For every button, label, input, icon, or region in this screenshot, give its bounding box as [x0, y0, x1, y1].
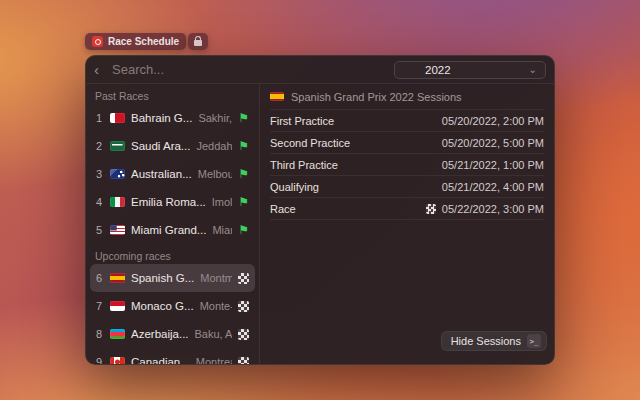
race-number: 9	[96, 356, 104, 364]
checkered-flag-icon	[426, 204, 436, 214]
sessions-header: Spanish Grand Prix 2022 Sessions	[270, 84, 544, 110]
back-button[interactable]: ‹	[94, 62, 112, 77]
race-name: Bahrain G...	[131, 112, 192, 124]
country-flag-icon	[110, 357, 125, 364]
session-row[interactable]: First Practice 05/20/2022, 2:00 PM	[270, 110, 544, 132]
race-list-item[interactable]: 9 Canadian... Montreal, C...	[90, 348, 255, 364]
race-list-item[interactable]: 3 Australian... Melbourne,... ⚑	[90, 160, 255, 188]
session-row[interactable]: Race 05/22/2022, 3:00 PM	[270, 198, 544, 220]
race-location: Sakhir, Bahr...	[198, 112, 232, 124]
country-flag-icon	[110, 273, 125, 283]
race-name: Emilia Roma...	[131, 196, 206, 208]
search-input[interactable]	[112, 62, 394, 77]
race-number: 1	[96, 112, 104, 124]
section-label-upcoming: Upcoming races	[90, 248, 255, 264]
country-flag-icon	[270, 92, 284, 101]
country-flag-icon	[110, 329, 125, 339]
race-name: Canadian...	[131, 356, 190, 364]
green-flag-icon: ⚑	[238, 168, 249, 180]
race-location: Jeddah, Sa...	[196, 140, 232, 152]
session-row[interactable]: Second Practice 05/20/2022, 5:00 PM	[270, 132, 544, 154]
year-dropdown-value: 2022	[403, 64, 523, 76]
hide-sessions-label: Hide Sessions	[451, 335, 521, 347]
race-list-panel: Past Races 1 Bahrain G... Sakhir, Bahr..…	[86, 84, 260, 364]
session-label: First Practice	[270, 115, 334, 127]
race-location: Montreal, C...	[196, 356, 232, 364]
race-number: 8	[96, 328, 104, 340]
race-list-item-selected[interactable]: 6 Spanish G... Montmeló,...	[90, 264, 255, 292]
checkered-flag-icon	[238, 301, 249, 312]
session-label: Qualifying	[270, 181, 319, 193]
race-list-item[interactable]: 1 Bahrain G... Sakhir, Bahr... ⚑	[90, 104, 255, 132]
session-datetime: 05/21/2022, 4:00 PM	[442, 181, 544, 193]
checkered-flag-icon	[238, 273, 249, 284]
sessions-title: Spanish Grand Prix 2022 Sessions	[291, 91, 462, 103]
checkered-flag-icon	[238, 357, 249, 365]
country-flag-icon	[110, 225, 125, 235]
keyboard-shortcut-icon: >_	[527, 334, 541, 348]
race-list-item[interactable]: 4 Emilia Roma... Imola, Italy ⚑	[90, 188, 255, 216]
country-flag-icon	[110, 197, 125, 207]
session-row[interactable]: Third Practice 05/21/2022, 1:00 PM	[270, 154, 544, 176]
session-label: Second Practice	[270, 137, 350, 149]
race-number: 5	[96, 224, 104, 236]
race-list-item[interactable]: 8 Azerbaija... Baku, Azerb...	[90, 320, 255, 348]
race-list-item[interactable]: 2 Saudi Ara... Jeddah, Sa... ⚑	[90, 132, 255, 160]
window-tag: Race Schedule	[85, 33, 208, 50]
race-number: 6	[96, 272, 104, 284]
race-location: Melbourne,...	[198, 168, 233, 180]
lock-icon	[194, 40, 202, 46]
session-datetime: 05/21/2022, 1:00 PM	[442, 159, 544, 171]
session-datetime: 05/20/2022, 5:00 PM	[442, 137, 544, 149]
race-name: Saudi Ara...	[131, 140, 190, 152]
green-flag-icon: ⚑	[238, 140, 249, 152]
race-number: 7	[96, 300, 104, 312]
race-schedule-window: ‹ 2022 ⌄ Past Races 1 Bahrain G... Sakhi…	[85, 55, 555, 365]
sessions-panel: Spanish Grand Prix 2022 Sessions First P…	[260, 84, 554, 364]
race-number: 2	[96, 140, 104, 152]
chevron-down-icon: ⌄	[529, 65, 537, 75]
country-flag-icon	[110, 169, 125, 179]
green-flag-icon: ⚑	[238, 196, 249, 208]
race-name: Australian...	[131, 168, 192, 180]
session-datetime: 05/22/2022, 3:00 PM	[426, 203, 544, 215]
country-flag-icon	[110, 113, 125, 123]
window-header: ‹ 2022 ⌄	[86, 56, 554, 84]
window-tag-label: Race Schedule	[108, 36, 179, 47]
country-flag-icon	[110, 301, 125, 311]
green-flag-icon: ⚑	[238, 224, 249, 236]
session-datetime: 05/20/2022, 2:00 PM	[442, 115, 544, 127]
race-location: Baku, Azerb...	[195, 328, 232, 340]
hide-sessions-button[interactable]: Hide Sessions >_	[441, 331, 547, 351]
race-location: Monte-Carl...	[200, 300, 232, 312]
race-name: Azerbaija...	[131, 328, 189, 340]
race-location: Miami, USA	[212, 224, 232, 236]
race-number: 3	[96, 168, 104, 180]
session-row[interactable]: Qualifying 05/21/2022, 4:00 PM	[270, 176, 544, 198]
race-name: Miami Grand...	[131, 224, 206, 236]
race-list-item[interactable]: 5 Miami Grand... Miami, USA ⚑	[90, 216, 255, 244]
race-number: 4	[96, 196, 104, 208]
year-dropdown[interactable]: 2022 ⌄	[394, 61, 546, 79]
race-location: Imola, Italy	[212, 196, 232, 208]
green-flag-icon: ⚑	[238, 112, 249, 124]
race-name: Monaco G...	[131, 300, 194, 312]
window-body: Past Races 1 Bahrain G... Sakhir, Bahr..…	[86, 84, 554, 364]
session-label: Third Practice	[270, 159, 338, 171]
lock-badge[interactable]	[188, 33, 208, 50]
race-list-item[interactable]: 7 Monaco G... Monte-Carl...	[90, 292, 255, 320]
session-label: Race	[270, 203, 296, 215]
country-flag-icon	[110, 141, 125, 151]
session-datetime-text: 05/22/2022, 3:00 PM	[442, 203, 544, 215]
race-name: Spanish G...	[131, 272, 194, 284]
section-label-past: Past Races	[90, 88, 255, 104]
race-location: Montmeló,...	[200, 272, 232, 284]
checkered-flag-icon	[238, 329, 249, 340]
window-tag-title[interactable]: Race Schedule	[85, 33, 186, 50]
record-icon	[92, 36, 103, 47]
